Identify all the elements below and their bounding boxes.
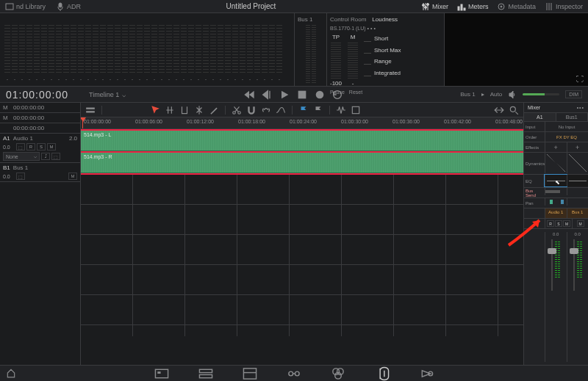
playhead-marker[interactable] bbox=[82, 117, 83, 128]
fusion-page-button[interactable] bbox=[287, 368, 301, 380]
meter-channel: - bbox=[269, 23, 275, 81]
mixer-pan-bus1[interactable] bbox=[567, 198, 589, 206]
ch-solo-a1[interactable]: S bbox=[555, 220, 562, 227]
out-timecode[interactable]: M00:00:00:00 bbox=[0, 113, 80, 123]
ch-mute-a1[interactable]: M bbox=[563, 220, 570, 227]
timecode-display[interactable]: 01:00:00:00 bbox=[6, 89, 68, 101]
track-header-b1[interactable]: B1Bus 1 0.0 ⬚ M bbox=[0, 163, 80, 182]
meter-channel: - bbox=[19, 23, 25, 81]
rewind-button[interactable] bbox=[243, 89, 255, 101]
razor-tool[interactable] bbox=[194, 105, 204, 115]
meters-toggle[interactable]: Meters bbox=[455, 2, 491, 11]
mixer-bussend-bus1[interactable] bbox=[567, 188, 589, 195]
selection-tool[interactable] bbox=[150, 105, 160, 115]
clip-audio-right[interactable]: 514.mp3 - R bbox=[81, 153, 523, 173]
scroll-mode-button[interactable] bbox=[494, 105, 504, 115]
fader-handle-bus1[interactable] bbox=[570, 248, 578, 254]
cut-button[interactable] bbox=[232, 105, 242, 115]
prev-frame-button[interactable] bbox=[261, 89, 273, 101]
mixer-pan-a1[interactable] bbox=[545, 198, 567, 206]
mixer-tab-bus1[interactable]: Bus1 bbox=[556, 113, 589, 121]
inspector-toggle[interactable]: Inspector bbox=[542, 2, 585, 11]
options-button[interactable] bbox=[351, 105, 361, 115]
track-arm-button[interactable]: R bbox=[26, 143, 35, 150]
mixer-tab-a1[interactable]: A1 bbox=[524, 113, 556, 121]
mixer-add-effect-a1[interactable]: + bbox=[545, 142, 567, 152]
channel-label-bus1[interactable]: Bus 1 bbox=[567, 208, 589, 218]
track-curve-button[interactable]: ⤴ bbox=[41, 153, 50, 160]
loudness-menu[interactable]: ••• bbox=[368, 26, 377, 31]
mixer-dynamics-a1[interactable] bbox=[545, 153, 567, 173]
mixer-eq-bus1[interactable] bbox=[567, 175, 589, 186]
meter-channel: - bbox=[188, 23, 194, 81]
loop-button[interactable] bbox=[331, 89, 343, 101]
flag-button[interactable] bbox=[298, 105, 309, 115]
empty-track-area[interactable] bbox=[81, 175, 523, 336]
track-header-a1[interactable]: A1Audio 12.0 0.0 ⬚ R S M None⌵ ⤴ ⬚ bbox=[0, 134, 80, 163]
play-button[interactable] bbox=[279, 89, 290, 101]
media-page-button[interactable] bbox=[154, 368, 169, 380]
channel-label-a1[interactable]: Audio 1 bbox=[545, 208, 567, 218]
clip-audio-left[interactable]: 514.mp3 - L bbox=[81, 131, 523, 151]
mixer-toggle[interactable]: Mixer bbox=[419, 2, 451, 11]
draw-tool[interactable] bbox=[209, 105, 219, 115]
control-room-tab[interactable]: Control Room bbox=[330, 16, 366, 23]
color-page-button[interactable] bbox=[331, 368, 345, 380]
fader-handle-a1[interactable] bbox=[548, 248, 556, 254]
bus-format-button[interactable]: ⬚ bbox=[16, 173, 25, 180]
svg-rect-19 bbox=[157, 371, 160, 374]
track-lanes[interactable]: 514.mp3 - L 514.mp3 - R bbox=[81, 129, 523, 336]
dim-button[interactable]: DIM bbox=[565, 90, 582, 98]
track-solo-button[interactable]: S bbox=[37, 143, 46, 150]
in-timecode[interactable]: M00:00:00:00 bbox=[0, 103, 80, 113]
record-button[interactable] bbox=[314, 89, 326, 101]
view-mode-button[interactable] bbox=[85, 105, 96, 115]
track-fx-select[interactable]: None⌵ bbox=[3, 152, 40, 161]
meter-channel: - bbox=[63, 23, 69, 81]
cut-page-button[interactable] bbox=[198, 368, 213, 380]
mixer-menu[interactable]: ••• bbox=[577, 105, 584, 110]
mixer-dynamics-bus1[interactable] bbox=[567, 153, 589, 173]
svg-rect-16 bbox=[352, 106, 359, 113]
mixer-bussend-a1[interactable] bbox=[545, 188, 567, 195]
track-lock-button[interactable]: ⬚ bbox=[51, 153, 60, 160]
dur-timecode[interactable]: 00:00:00:00 bbox=[0, 123, 80, 134]
track-format-button[interactable]: ⬚ bbox=[16, 143, 25, 150]
monitor-mode[interactable]: Auto bbox=[490, 91, 502, 98]
range-tool[interactable] bbox=[165, 105, 175, 115]
expand-preview-icon[interactable]: ⛶ bbox=[576, 75, 584, 83]
ch-mute-bus1[interactable]: M bbox=[577, 220, 584, 227]
volume-slider[interactable] bbox=[523, 93, 559, 95]
trim-tool[interactable] bbox=[179, 105, 190, 115]
stop-button[interactable] bbox=[296, 89, 308, 101]
zoom-button[interactable] bbox=[509, 105, 519, 115]
edit-page-button[interactable] bbox=[243, 368, 257, 380]
sound-library-tab[interactable]: nd Library bbox=[3, 2, 48, 11]
crossfade-button[interactable] bbox=[276, 105, 286, 115]
metadata-toggle[interactable]: Metadata bbox=[495, 2, 538, 11]
fairlight-page-button[interactable] bbox=[375, 368, 390, 380]
channel-meters: for(let i=0;i<38;i++)document.write('<di… bbox=[0, 13, 294, 86]
bus-mute-button[interactable]: M bbox=[68, 173, 77, 180]
mixer-add-effect-bus1[interactable]: + bbox=[567, 142, 589, 152]
fader-bus1[interactable]: 0.0 bbox=[567, 232, 589, 362]
mixer-order-select[interactable]: FX DY EQ bbox=[545, 132, 588, 142]
mixer-eq-a1[interactable]: ⬉ bbox=[545, 175, 567, 186]
fader-a1[interactable]: 0.0 bbox=[545, 232, 567, 362]
timeline-selector[interactable]: Timeline 1⌵ bbox=[89, 91, 126, 98]
speaker-icon[interactable] bbox=[508, 90, 517, 99]
adr-tab[interactable]: ADR bbox=[54, 2, 83, 11]
loudness-tab[interactable]: Loudness bbox=[372, 16, 398, 23]
timeline-ruler[interactable]: (function(){const r=JSON.parse(document.… bbox=[81, 117, 523, 129]
monitor-bus[interactable]: Bus 1 bbox=[460, 91, 475, 98]
meter-channel: - bbox=[218, 23, 223, 81]
deliver-page-button[interactable] bbox=[419, 368, 434, 380]
transient-button[interactable] bbox=[336, 105, 346, 115]
ch-arm-a1[interactable]: R bbox=[547, 220, 554, 227]
home-button[interactable] bbox=[6, 368, 16, 380]
track-mute-button[interactable]: M bbox=[47, 143, 56, 150]
flag2-button[interactable] bbox=[313, 105, 323, 115]
snap-button[interactable] bbox=[246, 105, 257, 115]
mixer-input-select[interactable]: No Input bbox=[545, 122, 588, 131]
link-button[interactable] bbox=[261, 105, 271, 115]
